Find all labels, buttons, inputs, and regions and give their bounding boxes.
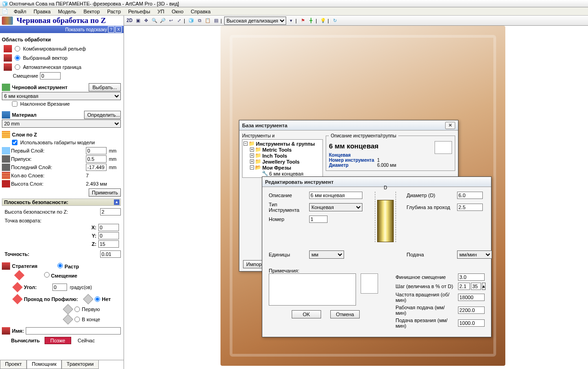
tree-leaf-selected[interactable]: 🔧 6 мм концевая <box>243 170 322 176</box>
apply-button[interactable]: Применить <box>89 188 121 197</box>
ok-button[interactable]: OK <box>292 310 321 318</box>
use-bounds-check[interactable] <box>12 140 17 145</box>
2d-view-button[interactable]: 2D <box>126 17 133 24</box>
safety-section[interactable]: Плоскость безопасности:▲ <box>2 199 121 206</box>
later-button[interactable]: Позже <box>45 337 71 344</box>
copy-icon[interactable]: ⧉ <box>196 17 203 24</box>
hint-bar[interactable]: Показать подсказку ? X <box>0 26 124 33</box>
stepover-mm-input[interactable] <box>458 283 470 290</box>
feed-rate-input[interactable] <box>458 307 485 314</box>
selected-vector-radio[interactable] <box>15 55 20 61</box>
help-icon[interactable]: ? <box>108 26 114 33</box>
toolpath-name-input[interactable] <box>26 327 121 335</box>
paste-icon[interactable]: 📋 <box>204 17 211 24</box>
define-material-button[interactable]: Определить... <box>84 111 121 119</box>
red-flag-icon[interactable]: ⚑ <box>299 17 306 24</box>
bulb-icon[interactable]: 💡 <box>319 17 327 24</box>
diameter-input[interactable] <box>457 192 483 199</box>
edit-tool-dialog: Редактировать инструмент Описание D Диам… <box>262 176 492 337</box>
home-x-input[interactable] <box>98 224 119 231</box>
left-panel: Черновая обработка по Z Показать подсказ… <box>0 16 124 369</box>
tool-diagram: D <box>375 192 396 242</box>
material-select[interactable]: 20 mm <box>2 119 121 128</box>
view-toolbar: 2D ▣ ✥ 🔍 🔎 ↩ ⤢ | 🧊 ⧉ 📋 ▤ | Высокая детал… <box>124 16 588 26</box>
ramp-check[interactable] <box>12 101 17 107</box>
tool-type-select[interactable]: Концевая <box>309 203 362 211</box>
name-icon <box>2 327 10 335</box>
home-z-input[interactable] <box>98 240 119 248</box>
profile-first-radio[interactable] <box>74 307 80 312</box>
layers-toggle-icon[interactable]: ▤ <box>212 17 220 24</box>
safe-z-input[interactable] <box>100 208 121 216</box>
axes-icon[interactable]: ╋ <box>307 17 315 24</box>
stepper-icon[interactable]: ▴ <box>482 283 486 290</box>
menu-reliefs[interactable]: Рельефы <box>124 8 154 15</box>
tree-minus-icon[interactable]: − <box>243 142 248 146</box>
tolerance-input[interactable] <box>100 250 121 258</box>
layers-icon <box>2 131 10 138</box>
allowance-input[interactable] <box>86 155 107 163</box>
window-titlebar: 🧊 Охотничья Сова на ПЕРГАМЕНТЕ- фрезеров… <box>0 0 588 7</box>
tab-project[interactable]: Проект <box>0 360 27 369</box>
menu-toolpaths[interactable]: УП <box>154 8 168 15</box>
first-layer-input[interactable] <box>86 147 107 154</box>
zoom-in-icon[interactable]: 🔍 <box>151 17 158 24</box>
tool-desc-input[interactable] <box>309 192 362 199</box>
tool-number-input[interactable] <box>309 216 328 223</box>
tab-toolpaths[interactable]: Траектории <box>62 360 99 369</box>
auto-boundary-radio[interactable] <box>15 64 20 70</box>
menu-window[interactable]: Окно <box>168 8 187 15</box>
detail-select[interactable]: Высокая детализация <box>224 17 286 25</box>
plunge-rate-input[interactable] <box>458 319 485 327</box>
app-icon: 🧊 <box>2 1 7 6</box>
cube-icon[interactable]: 🧊 <box>187 17 195 24</box>
tool-select[interactable]: 6 мм концевая <box>2 92 121 100</box>
tool-preview-icon <box>435 141 452 154</box>
feed-units-select[interactable]: мм/мин <box>457 250 492 259</box>
3d-view[interactable]: База инструмента✕ Инструменты и −📁 Инстр… <box>124 26 588 369</box>
zoom-all-icon[interactable]: ⤢ <box>175 17 183 24</box>
chevron-down-icon[interactable]: ▾ <box>287 17 294 24</box>
cancel-button[interactable]: Отмена <box>330 310 360 318</box>
select-tool-button[interactable]: Выбрать... <box>89 83 121 91</box>
menu-vector[interactable]: Вектор <box>80 8 104 15</box>
zoom-out-icon[interactable]: 🔎 <box>159 17 166 24</box>
menu-raster[interactable]: Растр <box>103 8 124 15</box>
profile-icon <box>12 294 23 305</box>
auto-icon <box>4 63 12 71</box>
vector-icon <box>4 54 12 62</box>
collapse-up-icon[interactable]: ▲ <box>114 199 119 205</box>
menu-file[interactable]: Файл <box>10 8 30 15</box>
profile-none-radio[interactable] <box>95 296 100 302</box>
profile-last-radio[interactable] <box>74 317 80 322</box>
zoom-prev-icon[interactable]: ↩ <box>167 17 175 24</box>
strategy-icon <box>2 262 10 270</box>
menu-model[interactable]: Модель <box>54 8 79 15</box>
raster-preview-icon <box>14 270 25 281</box>
combined-relief-radio[interactable] <box>15 46 20 51</box>
offset-input[interactable] <box>40 72 61 79</box>
angle-input[interactable] <box>52 284 67 291</box>
pan-icon[interactable]: ✥ <box>142 17 150 24</box>
tool-tree[interactable]: −📁 Инструменты & группы +📁 Metric Tools … <box>242 139 323 178</box>
stepdown-input[interactable] <box>457 204 483 211</box>
tree-plus-icon[interactable]: + <box>250 148 254 152</box>
last-layer-icon <box>2 164 10 171</box>
stepover-pct-input[interactable] <box>471 283 481 290</box>
units-select[interactable]: мм <box>309 250 344 259</box>
finish-offset-input[interactable] <box>458 273 485 281</box>
refresh-icon[interactable]: ↻ <box>331 17 339 24</box>
fit-icon[interactable]: ▣ <box>134 17 141 24</box>
raster-radio[interactable] <box>57 263 63 268</box>
tab-assistant[interactable]: Помощник <box>27 360 62 369</box>
notes-textarea[interactable] <box>269 273 356 306</box>
menu-help[interactable]: Справка <box>187 8 214 15</box>
close-icon[interactable]: ✕ <box>445 122 455 129</box>
spindle-input[interactable] <box>458 294 485 301</box>
menu-edit[interactable]: Правка <box>30 8 54 15</box>
home-y-input[interactable] <box>98 232 119 239</box>
last-layer-input[interactable] <box>86 164 107 171</box>
close-panel-icon[interactable]: X <box>115 26 122 33</box>
layer-height-icon <box>2 180 10 187</box>
offset-strategy-radio[interactable] <box>44 272 50 278</box>
